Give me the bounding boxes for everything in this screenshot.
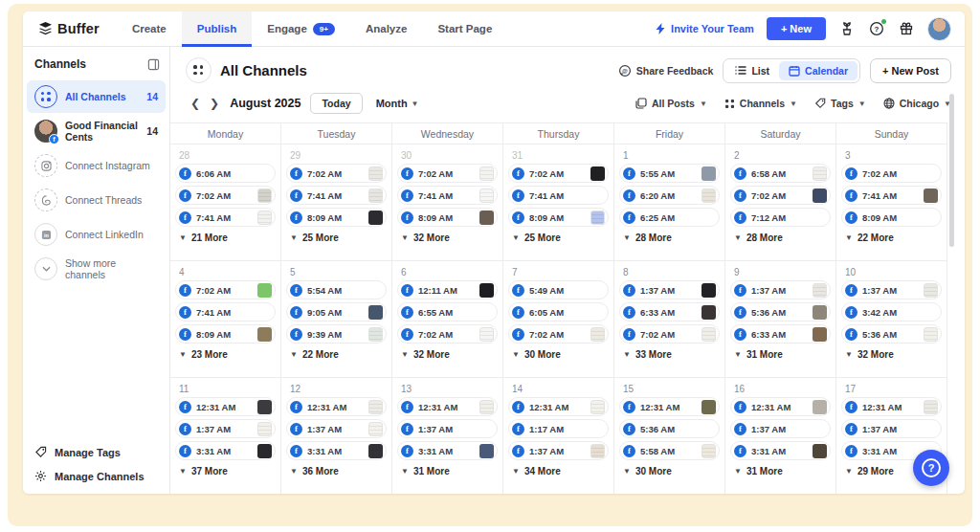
more-posts-link[interactable]: ▼28 More	[730, 230, 831, 243]
help-floating-button[interactable]: ?	[913, 450, 949, 486]
scheduled-post[interactable]: f7:02 AM	[508, 324, 609, 344]
scheduled-post[interactable]: f12:31 AM	[730, 397, 831, 416]
scheduled-post[interactable]: f7:02 AM	[175, 186, 276, 205]
plant-growth-icon[interactable]	[838, 20, 856, 37]
scheduled-post[interactable]: f1:37 AM	[841, 419, 942, 438]
scheduled-post[interactable]: f12:31 AM	[508, 397, 609, 416]
more-posts-link[interactable]: ▼30 More	[619, 463, 720, 477]
scheduled-post[interactable]: f7:02 AM	[397, 324, 498, 344]
invite-your-team-link[interactable]: Invite Your Team	[656, 23, 754, 34]
calendar-scrollbar[interactable]	[949, 94, 954, 247]
scheduled-post[interactable]: f6:33 AM	[730, 324, 831, 344]
scheduled-post[interactable]: f12:11 AM	[397, 280, 498, 299]
scheduled-post[interactable]: f12:31 AM	[175, 397, 276, 416]
sidebar-item-connect-instagram[interactable]: Connect Instagram	[27, 149, 166, 182]
next-month-arrow[interactable]: ❯	[205, 97, 224, 110]
sidebar-item-good-financial-cents[interactable]: fGood Financial Cents14	[27, 115, 166, 147]
more-posts-link[interactable]: ▼22 More	[286, 346, 387, 360]
scheduled-post[interactable]: f7:41 AM	[286, 186, 387, 205]
scheduled-post[interactable]: f1:37 AM	[397, 419, 498, 438]
buffer-logo[interactable]: Buffer	[23, 11, 117, 46]
scheduled-post[interactable]: f1:37 AM	[730, 280, 831, 299]
more-posts-link[interactable]: ▼31 More	[730, 463, 831, 477]
calendar-view-button[interactable]: Calendar	[779, 61, 858, 80]
scheduled-post[interactable]: f7:02 AM	[397, 164, 498, 183]
scheduled-post[interactable]: f7:41 AM	[841, 186, 942, 205]
scheduled-post[interactable]: f1:37 AM	[286, 419, 387, 438]
view-granularity-select[interactable]: Month▼	[376, 98, 419, 109]
scheduled-post[interactable]: f6:20 AM	[619, 186, 720, 205]
nav-tab-engage[interactable]: Engage9+	[252, 11, 350, 46]
scheduled-post[interactable]: f6:55 AM	[397, 302, 498, 321]
scheduled-post[interactable]: f6:33 AM	[619, 302, 720, 321]
more-posts-link[interactable]: ▼25 More	[286, 230, 387, 243]
scheduled-post[interactable]: f1:37 AM	[619, 280, 720, 299]
more-posts-link[interactable]: ▼23 More	[175, 346, 276, 360]
gift-icon[interactable]	[898, 20, 915, 37]
manage-tags-button[interactable]: Manage Tags	[23, 440, 169, 464]
scheduled-post[interactable]: f7:02 AM	[508, 164, 609, 183]
more-posts-link[interactable]: ▼28 More	[619, 230, 720, 243]
scheduled-post[interactable]: f1:37 AM	[841, 280, 942, 299]
scheduled-post[interactable]: f1:37 AM	[508, 441, 609, 460]
manage-channels-button[interactable]: Manage Channels	[23, 464, 169, 488]
new-post-button[interactable]: + New Post	[870, 58, 951, 83]
nav-tab-analyze[interactable]: Analyze	[350, 11, 422, 46]
scheduled-post[interactable]: f12:31 AM	[397, 397, 498, 416]
scheduled-post[interactable]: f5:36 AM	[730, 302, 831, 321]
filter-tags[interactable]: Tags▼	[814, 98, 866, 109]
more-posts-link[interactable]: ▼32 More	[841, 346, 942, 360]
scheduled-post[interactable]: f8:09 AM	[286, 208, 387, 227]
sidebar-item-show-more-channels[interactable]: Show more channels	[27, 253, 166, 285]
scheduled-post[interactable]: f7:02 AM	[286, 164, 387, 183]
scheduled-post[interactable]: f9:05 AM	[286, 302, 387, 321]
scheduled-post[interactable]: f5:58 AM	[619, 441, 720, 460]
scheduled-post[interactable]: f7:02 AM	[175, 280, 276, 299]
nav-tab-publish[interactable]: Publish	[182, 11, 253, 46]
scheduled-post[interactable]: f5:54 AM	[286, 280, 387, 299]
scheduled-post[interactable]: f12:31 AM	[841, 397, 942, 416]
scheduled-post[interactable]: f7:02 AM	[841, 164, 942, 183]
more-posts-link[interactable]: ▼30 More	[508, 346, 609, 360]
today-button[interactable]: Today	[310, 93, 362, 114]
more-posts-link[interactable]: ▼25 More	[508, 230, 609, 243]
scheduled-post[interactable]: f1:37 AM	[175, 419, 276, 438]
more-posts-link[interactable]: ▼32 More	[397, 230, 498, 243]
scheduled-post[interactable]: f5:36 AM	[619, 419, 720, 438]
scheduled-post[interactable]: f1:37 AM	[730, 419, 831, 438]
scheduled-post[interactable]: f7:41 AM	[175, 302, 276, 321]
scheduled-post[interactable]: f8:09 AM	[175, 324, 276, 344]
more-posts-link[interactable]: ▼31 More	[730, 346, 831, 360]
scheduled-post[interactable]: f6:58 AM	[730, 164, 831, 183]
scheduled-post[interactable]: f12:31 AM	[286, 397, 387, 416]
sidebar-item-connect-linkedin[interactable]: inConnect LinkedIn	[27, 218, 166, 251]
filter-chicago[interactable]: Chicago▼	[883, 98, 951, 109]
more-posts-link[interactable]: ▼37 More	[175, 463, 276, 477]
share-feedback-button[interactable]: @ Share Feedback	[618, 64, 714, 78]
more-posts-link[interactable]: ▼22 More	[841, 230, 942, 243]
filter-channels[interactable]: Channels▼	[724, 98, 797, 109]
prev-month-arrow[interactable]: ❮	[186, 97, 205, 110]
new-button[interactable]: + New	[767, 17, 826, 40]
scheduled-post[interactable]: f5:55 AM	[619, 164, 720, 183]
scheduled-post[interactable]: f7:41 AM	[508, 186, 609, 205]
help-icon[interactable]: ?	[868, 20, 885, 37]
scheduled-post[interactable]: f7:12 AM	[730, 208, 831, 227]
scheduled-post[interactable]: f7:02 AM	[730, 186, 831, 205]
more-posts-link[interactable]: ▼36 More	[286, 463, 387, 477]
scheduled-post[interactable]: f12:31 AM	[619, 397, 720, 416]
scheduled-post[interactable]: f8:09 AM	[397, 208, 498, 227]
sidebar-item-connect-threads[interactable]: Connect Threads	[27, 184, 166, 216]
scheduled-post[interactable]: f7:41 AM	[175, 208, 276, 227]
more-posts-link[interactable]: ▼31 More	[397, 463, 498, 477]
list-view-button[interactable]: List	[725, 61, 779, 80]
collapse-sidebar-icon[interactable]	[147, 58, 160, 71]
scheduled-post[interactable]: f7:02 AM	[619, 324, 720, 344]
more-posts-link[interactable]: ▼32 More	[397, 346, 498, 360]
scheduled-post[interactable]: f3:31 AM	[175, 441, 276, 460]
scheduled-post[interactable]: f5:49 AM	[508, 280, 609, 299]
scheduled-post[interactable]: f8:09 AM	[841, 208, 942, 227]
user-avatar[interactable]	[927, 17, 951, 41]
scheduled-post[interactable]: f6:25 AM	[619, 208, 720, 227]
more-posts-link[interactable]: ▼33 More	[619, 346, 720, 360]
